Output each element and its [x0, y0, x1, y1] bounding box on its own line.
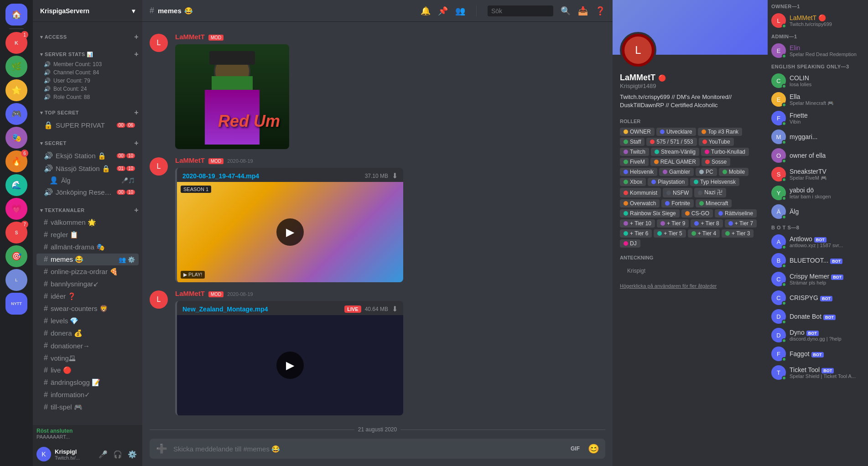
member-item-crispyg[interactable]: C CRISPYGBOT	[768, 289, 868, 307]
server-icon-1[interactable]: K 1	[5, 32, 27, 54]
add-attachment-button[interactable]: ➕	[153, 439, 170, 459]
server-header[interactable]: KrispigaServern ▾	[33, 0, 142, 22]
member-item-sneakster[interactable]: S SneaksterTV Spelar FiveM 🎮	[768, 165, 868, 183]
channel-memes[interactable]: # memes 😂 👥 ⚙️	[36, 254, 139, 265]
video-embed: New_Zealand_Montage.mp4 LIVE 40.64 MB ⬇ …	[175, 301, 403, 415]
right-click-hint[interactable]: Högerklicka på användaren för fler åtgär…	[613, 281, 768, 290]
play-button[interactable]: ▶	[276, 352, 304, 379]
server-icon-10[interactable]: 🎯	[5, 245, 27, 267]
download-icon[interactable]: ⬇	[392, 305, 398, 313]
member-item-bluetooth[interactable]: B BLUETOOT...BOT	[768, 251, 868, 269]
channel-eksjo[interactable]: 🔊 Eksjö Station 🔒 00 10	[36, 150, 139, 162]
channel-nassjo[interactable]: 🔊 Nässjö Station 🔒 01 10	[36, 162, 139, 175]
member-item-yaboi[interactable]: Y yaboi dö letar barn i skogen	[768, 184, 868, 202]
channel-regler[interactable]: # regler 📋	[36, 229, 139, 241]
member-item-elin[interactable]: E Elin Spelar Red Dead Redemption	[768, 41, 868, 60]
category-secret[interactable]: ▾ SECRET +	[33, 132, 142, 149]
server-icon-2[interactable]: 🌿	[5, 56, 27, 78]
member-status: Spelar Shield | Ticket Tool A...	[790, 373, 864, 379]
server-icon-12[interactable]: NYTT	[5, 293, 27, 315]
messages-area: L LaMMetT MOD Red Um	[142, 22, 613, 439]
roles-grid: OWNER Utvecklare Top #3 Rank Staff	[620, 128, 760, 248]
mute-button[interactable]: 🎤	[97, 448, 109, 461]
channel-voting[interactable]: # voting🗳	[36, 352, 139, 364]
category-access[interactable]: ▾ ACCESS +	[33, 26, 142, 43]
channel-alg[interactable]: 👤 Älg 🎤🎵	[36, 175, 139, 186]
member-item-faggot[interactable]: F FaggotBOT	[768, 345, 868, 363]
add-text-icon[interactable]: +	[134, 206, 139, 214]
member-item-ticket-tool[interactable]: T Ticket ToolBOT Spelar Shield | Ticket …	[768, 363, 868, 382]
message-author[interactable]: LaMMetT	[175, 156, 205, 164]
member-item-lammet[interactable]: L LaMMetT 🔴 Twitch.tv/crispy699	[768, 11, 868, 30]
channel-live[interactable]: # live 🔴	[36, 364, 139, 376]
member-item-crispy-memer[interactable]: C Crispy MemerBOT Strämar pls help	[768, 270, 868, 288]
member-item-myggari[interactable]: M myggari...	[768, 128, 868, 146]
video-thumbnail[interactable]: SEASON 1 ▶ ▶ PLAY!	[177, 182, 403, 282]
channel-donationer[interactable]: # donationer→	[36, 340, 139, 352]
message-author[interactable]: LaMMetT	[175, 33, 205, 41]
member-item-antlowo[interactable]: A AntlowoBOT antlowo.xyz | 1587 svr...	[768, 233, 868, 251]
play-button[interactable]: ▶	[276, 218, 304, 246]
channel-allman-drama[interactable]: # allmänt-drama 🎭	[36, 241, 139, 253]
member-item-ella[interactable]: E Ella Spelar Minecraft 🎮	[768, 90, 868, 109]
add-top-secret-icon[interactable]: +	[134, 109, 139, 117]
pin-icon[interactable]: 📌	[438, 6, 448, 16]
deafen-button[interactable]: 🎧	[111, 448, 124, 461]
channel-super-privat[interactable]: 🔒 SUPER PRIVAT 00 06	[36, 119, 139, 131]
channel-jonkoping[interactable]: 🔊 Jönköping Resece... 00 10	[36, 186, 139, 198]
role-top3: Top #3 Rank	[698, 128, 742, 136]
message-input[interactable]	[173, 440, 563, 458]
member-name: Ella	[790, 93, 864, 100]
message-header: LaMMetT MOD	[175, 33, 605, 41]
server-icon-home[interactable]: 🏠	[5, 4, 27, 26]
add-channel-icon[interactable]: +	[134, 33, 139, 41]
add-stats-icon[interactable]: +	[134, 50, 139, 58]
profile-panel: L LaMMetT 🔴 Krispigt#1489 Twitch.tv/cris…	[613, 0, 768, 466]
category-server-stats[interactable]: ▾ SERVER STATS 📊 +	[33, 43, 142, 60]
channel-till-spel[interactable]: # till-spel 🎮	[36, 401, 139, 413]
role-sosse: Sosse	[702, 158, 730, 166]
emoji-button[interactable]: 😊	[585, 439, 602, 459]
online-dot	[782, 121, 786, 126]
inbox-icon[interactable]: 📥	[578, 6, 588, 16]
channel-levels[interactable]: # levels 💎	[36, 315, 139, 327]
member-item-fnette[interactable]: F Fnette Vibin	[768, 109, 868, 127]
gif-button[interactable]: GIF	[567, 439, 583, 459]
channel-bannlysningar[interactable]: # bannlysningar↙	[36, 278, 139, 290]
channel-pizza[interactable]: # online-pizza-ordrar 🍕	[36, 266, 139, 278]
bell-icon[interactable]: 🔔	[421, 6, 431, 16]
search-icon[interactable]: 🔍	[561, 6, 571, 16]
message-group: L LaMMetT MOD 2020-08-19 2020-08-19_19-4…	[142, 153, 613, 286]
server-icon-8[interactable]: 💗	[5, 198, 27, 220]
help-icon[interactable]: ❓	[595, 6, 605, 16]
channel-ideer[interactable]: # idéer ❓	[36, 290, 139, 302]
members-icon[interactable]: 👥	[455, 6, 465, 16]
member-item-colin[interactable]: C COLIN losa lolies	[768, 72, 868, 90]
server-icon-3[interactable]: ⭐	[5, 79, 27, 101]
server-icon-11[interactable]: L	[5, 269, 27, 291]
server-icon-6[interactable]: 🔥 6	[5, 150, 27, 172]
channel-information[interactable]: # information✓	[36, 389, 139, 401]
channel-andringslogg[interactable]: # ändringslogg 📝	[36, 377, 139, 388]
online-dot	[782, 282, 786, 287]
right-panels: L LaMMetT 🔴 Krispigt#1489 Twitch.tv/cris…	[613, 0, 868, 466]
channel-swear-counters[interactable]: # swear-counters 🦁	[36, 303, 139, 315]
server-icon-4[interactable]: 🎮	[5, 103, 27, 125]
channel-donera[interactable]: # donera 💰	[36, 327, 139, 339]
server-icon-9[interactable]: S 7	[5, 222, 27, 243]
member-item-dyno[interactable]: D DynoBOT discord.dyno.gg | ?help	[768, 326, 868, 344]
channel-valkommen[interactable]: # välkommen 🌟	[36, 217, 139, 228]
member-item-owner-of-ella[interactable]: O owner of ella	[768, 146, 868, 165]
server-icon-5[interactable]: 🎭	[5, 127, 27, 149]
download-icon[interactable]: ⬇	[392, 171, 398, 180]
settings-button[interactable]: ⚙️	[126, 448, 139, 461]
member-item-alg[interactable]: Ä Älg	[768, 202, 868, 221]
search-input[interactable]	[488, 5, 553, 16]
category-top-secret[interactable]: ▾ TOP SECRET +	[33, 101, 142, 119]
server-icon-7[interactable]: 🌊	[5, 174, 27, 196]
category-textkanaler[interactable]: ▾ TEXTKANALER +	[33, 199, 142, 216]
video-thumbnail[interactable]: ▶	[177, 315, 403, 415]
add-secret-icon[interactable]: +	[134, 139, 139, 147]
member-item-donate-bot[interactable]: D Donate BotBOT	[768, 307, 868, 326]
message-author[interactable]: LaMMetT	[175, 290, 205, 297]
